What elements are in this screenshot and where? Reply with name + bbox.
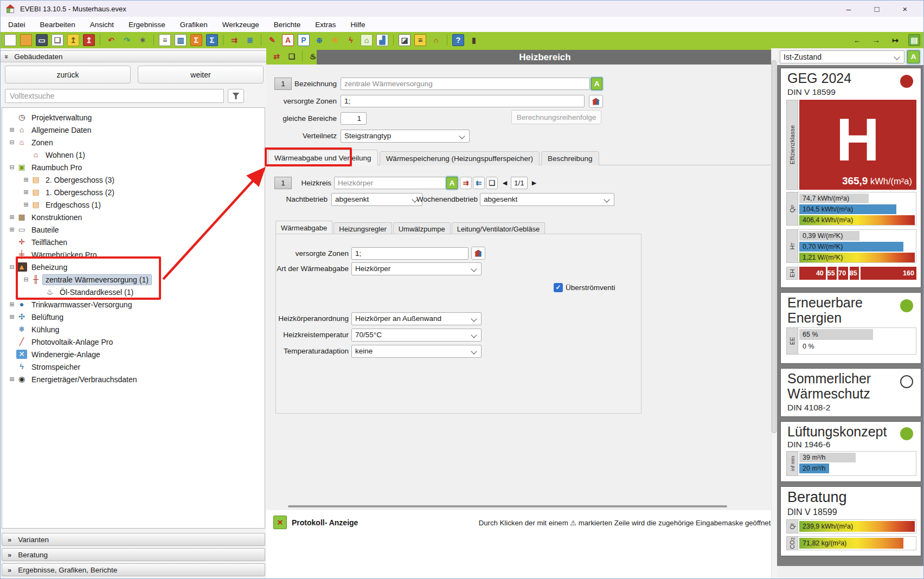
tree-expander-icon[interactable]: ⊟ [22,276,30,283]
pager-next-button[interactable]: ▶ [529,177,539,189]
tree-item-label[interactable]: 1. Obergeschoss (2) [42,187,118,198]
scrollbar-thumb[interactable] [772,60,777,433]
new-file-icon[interactable] [4,34,16,46]
separator[interactable] [223,35,223,46]
copy-heizkreis-button[interactable]: ❏ [486,177,498,189]
sum-orange-icon[interactable]: Σ [190,34,202,46]
lightning-icon[interactable]: ϟ [345,34,357,46]
undo-icon[interactable]: ↶ [105,34,117,46]
monitor-chart-icon[interactable]: ◪ [399,34,410,46]
berechnungsreihenfolge-button[interactable]: Berechnungsreihenfolge [511,110,601,124]
tree-expander-icon[interactable]: ⊟ [8,164,16,171]
magic-wand-icon[interactable]: ✶ [137,34,149,46]
close-button[interactable]: × [891,1,919,17]
table-icon[interactable]: ▥ [175,34,187,46]
tree-item[interactable]: ⊞ ▤ Erdgeschoss (1) [2,198,265,211]
tree-item-label[interactable]: zentrale Wärmeversorgung (1) [42,274,152,285]
ueberstroemventil-checkbox[interactable]: ✓ [554,283,563,292]
auto-name-button[interactable]: A [591,78,602,90]
tree-item[interactable]: ⊟ ╫ zentrale Wärmeversorgung (1) [2,273,265,286]
tree-item-label[interactable]: Kühlung [28,324,62,335]
bezeichnung-input[interactable]: zentrale Wärmeversorgung [341,78,590,90]
menu-item[interactable]: Hilfe [351,21,365,29]
maximize-button[interactable]: □ [863,1,891,17]
tree-item-label[interactable]: Beheizung [28,262,70,273]
notes-icon[interactable]: ▮ [468,34,480,46]
zone-picker-button[interactable] [471,247,485,260]
tree-item[interactable]: ϟ Stromspeicher [2,361,265,373]
help-icon[interactable]: ? [452,34,464,46]
tree-expander-icon[interactable]: ⊞ [8,126,16,133]
tree-item[interactable]: ⊞ ◉ Energieträger/Verbrauchsdaten [2,373,265,385]
tree-item[interactable]: ♨ Öl-Standardkessel (1) [2,286,265,298]
subtab[interactable]: Wärmeabgabe [275,221,332,235]
separator[interactable] [302,51,303,62]
collapsed-panel[interactable]: » Ergebnisse, Grafiken, Berichte [2,563,265,576]
menu-item[interactable]: Datei [8,21,25,29]
tree-item[interactable]: ⊟ ⌂ Zonen [2,136,265,149]
tree-item-label[interactable]: Konstruktionen [28,212,85,223]
separator[interactable] [153,35,154,46]
marker-icon[interactable]: ✎ [266,34,278,46]
insert-heizkreis-button[interactable]: ⇇ [473,177,485,189]
forward-icon[interactable]: → [870,34,882,46]
globe-icon[interactable]: ⊕ [313,34,325,46]
goto-icon[interactable]: ↦ [889,34,901,46]
tree-item-label[interactable]: Belüftung [28,312,67,323]
tree-item-label[interactable]: Stromspeicher [28,362,84,372]
separator[interactable] [261,35,261,46]
back-icon[interactable]: ← [851,34,863,46]
tree-item-label[interactable]: Öl-Standardkessel (1) [56,287,137,298]
versorgte-zonen-input[interactable]: 1; [351,247,469,260]
tree-expander-icon[interactable]: ⊞ [8,226,16,233]
tree-item-label[interactable]: Trinkwarmwasser-Versorgung [28,299,135,310]
zone-picker-button[interactable] [589,95,603,108]
tree-item-label[interactable]: Wohnen (1) [42,150,88,160]
auto-state-button[interactable]: A [907,50,920,63]
menu-item[interactable]: Ansicht [90,21,114,29]
tree-expander-icon[interactable]: ⊞ [22,176,30,183]
auto-name-button[interactable]: A [446,177,458,189]
menu-item[interactable]: Bearbeiten [40,21,75,29]
fulltext-search-input[interactable] [5,89,224,103]
tree-expander-icon[interactable]: ⊞ [8,301,16,308]
open-folder-icon[interactable] [20,34,32,46]
tree-expander-icon[interactable]: ⊞ [8,376,16,383]
versorgte-zonen-input[interactable]: 1; [341,95,585,107]
tree-item[interactable]: ⊟ ▣ Raumbuch Pro [2,161,265,173]
tree-item-label[interactable]: Zonen [28,137,56,148]
tree-item-label[interactable]: Photovoltaik-Anlage Pro [28,337,116,348]
minimize-button[interactable]: – [835,1,863,17]
menu-item[interactable]: Extras [315,21,336,29]
duplicate-icon[interactable]: ❏ [286,50,298,62]
menu-item[interactable]: Ergebnisse [129,21,165,29]
tree-item[interactable]: ⊞ ✣ Belüftung [2,311,265,323]
art-der-waermeabgabe-select[interactable]: Heizkörper [351,262,482,275]
subtab[interactable]: Umwälzpumpe [393,222,451,235]
tree-item[interactable]: ⊞ ▤ 1. Obergeschoss (2) [2,186,265,198]
tree-item[interactable]: ⊞ ⌂ Allgemeine Daten [2,124,265,136]
state-select[interactable]: Ist-Zustand [780,50,904,63]
tree-item[interactable]: ⊞ ● Trinkwarmwasser-Versorgung [2,298,265,311]
separator[interactable] [393,35,394,46]
tree-item-label[interactable]: Bauteile [28,224,62,235]
protocol-close-button[interactable]: × [273,516,287,529]
tree-expander-icon[interactable]: ⊞ [22,201,30,208]
tree-item-label[interactable]: Projektverwaltung [28,112,95,123]
tree-item-label[interactable]: Wärmebrücken Pro [28,249,100,260]
letter-a-icon[interactable]: A [282,34,294,46]
chart-mini-icon[interactable]: ▟ [376,34,388,46]
back-button[interactable]: zurück [5,66,131,83]
add-heizkreis-button[interactable]: ⇉ [460,177,472,189]
menu-item[interactable]: Berichte [274,21,301,29]
tree-expander-icon[interactable]: ⊟ [8,263,16,271]
heizkreistemperatur-select[interactable]: 70/55°C [351,329,482,342]
next-button[interactable]: weiter [138,66,264,83]
tree-item[interactable]: ❄ Kühlung [2,323,265,336]
paste-import-icon[interactable]: ↥ [67,34,79,46]
tree-item[interactable]: ╪ Wärmebrücken Pro [2,248,265,261]
tree-item[interactable]: ⊞ ▤ 2. Obergeschoss (3) [2,173,265,186]
tree-item-label[interactable]: 2. Obergeschoss (3) [42,175,118,185]
tree-item[interactable]: ✕ Windenergie-Anlage [2,348,265,361]
letter-p-icon[interactable]: P [298,34,310,46]
